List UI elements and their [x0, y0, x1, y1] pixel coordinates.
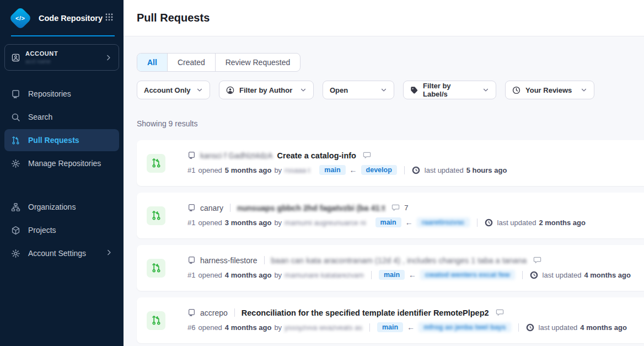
- cube-icon: [11, 226, 20, 235]
- opened-word: opened: [198, 219, 222, 227]
- nav-section-gap: [4, 175, 119, 196]
- sidebar-item-repositories[interactable]: Repositories: [4, 83, 119, 105]
- chevron-down-icon: [581, 87, 587, 93]
- tab-review-requested[interactable]: Review Requested: [215, 54, 300, 71]
- chevron-right-icon: [105, 249, 112, 258]
- filter-label: Account Only: [144, 86, 191, 94]
- source-branch-badge[interactable]: cwatod wenters excat few: [420, 270, 515, 280]
- repo-icon: [187, 308, 196, 317]
- tab-created[interactable]: Created: [167, 54, 215, 71]
- opened-word: opened: [198, 271, 222, 279]
- results-summary: Showing 9 results: [137, 119, 644, 128]
- pr-row[interactable]: canary nunsuaps gbbch 2hd fagatvzbi (ba …: [137, 193, 644, 238]
- app-title: Code Repository: [39, 14, 105, 23]
- filter-reviews-dropdown[interactable]: Your Reviews: [505, 81, 594, 99]
- pr-author: rssaaa t: [285, 166, 310, 174]
- filter-label: Filter by Author: [239, 86, 292, 94]
- pr-repo-name[interactable]: kansci f Gadhlzt4dzA: [200, 151, 273, 160]
- chevron-down-icon: [196, 87, 203, 93]
- filter-bar: Account Only Filter by Author Open Filte…: [137, 81, 644, 99]
- pr-number: #1: [187, 219, 195, 227]
- sidebar-item-label: Manage Repositories: [28, 159, 101, 168]
- pr-row[interactable]: kansci f Gadhlzt4dzA Create a catalog-in…: [137, 140, 644, 186]
- page-header: Pull Requests: [124, 0, 644, 36]
- comment-icon: [533, 256, 541, 264]
- pr-scope-tabs: All Created Review Requested: [137, 53, 300, 72]
- merge-arrow-icon: ←: [350, 166, 357, 174]
- repo-icon: [11, 89, 20, 99]
- updated-ago: 4 months ago: [580, 323, 627, 332]
- by-word: by: [274, 271, 282, 279]
- filter-label: Open: [330, 86, 348, 94]
- divider: [522, 271, 523, 279]
- last-updated-clock-icon: [485, 219, 493, 227]
- sidebar-item-manage-repositories[interactable]: Manage Repositories: [4, 152, 119, 174]
- content: All Created Review Requested Account Onl…: [124, 36, 644, 346]
- chevron-down-icon: [482, 87, 489, 93]
- updated-ago: 5 hours ago: [466, 166, 507, 174]
- pr-number: #1: [187, 271, 195, 279]
- pr-repo-name[interactable]: canary: [200, 204, 223, 212]
- tab-all[interactable]: All: [137, 54, 167, 71]
- account-scope-selector[interactable]: ACCOUNT acct name: [4, 44, 119, 71]
- source-branch-badge[interactable]: mfrog ao jenba twel bays: [418, 322, 511, 333]
- sidebar-item-label: Pull Requests: [28, 136, 79, 145]
- filter-scope-dropdown[interactable]: Account Only: [137, 81, 210, 99]
- target-branch-badge[interactable]: main: [375, 217, 401, 228]
- divider: [404, 166, 405, 174]
- updated-ago: 4 months ago: [584, 271, 631, 279]
- filter-author-dropdown[interactable]: Filter by Author: [219, 81, 314, 99]
- comment-icon: [391, 204, 400, 212]
- comment-icon: [363, 151, 371, 159]
- person-icon: [226, 86, 234, 94]
- sidebar-item-pull-requests[interactable]: Pull Requests: [4, 129, 119, 151]
- last-updated-clock-icon: [412, 166, 420, 174]
- pr-title[interactable]: nunsuaps gbbch 2hd fagatvzbi (ba 41:t: [237, 204, 385, 212]
- filter-label: Filter by Label/s: [423, 82, 477, 98]
- source-branch-badge[interactable]: develop: [361, 165, 397, 175]
- repo-icon: [187, 151, 196, 159]
- updated-prefix: last updated: [425, 166, 464, 174]
- sidebar-item-label: Organizations: [28, 203, 76, 211]
- pr-author: ysssyzvva wvazveats as: [285, 323, 362, 332]
- app-switcher-grid-icon[interactable]: [105, 13, 114, 24]
- main-area: Pull Requests All Created Review Request…: [124, 0, 644, 346]
- pr-title[interactable]: Create a catalog-info: [277, 151, 356, 160]
- sidebar-item-account-settings[interactable]: Account Settings: [4, 242, 119, 264]
- last-updated-clock-icon: [526, 323, 534, 332]
- target-branch-badge[interactable]: main: [379, 270, 405, 280]
- updated-prefix: last updated: [543, 271, 582, 279]
- pr-title[interactable]: Reconciliation for the specified templat…: [242, 308, 489, 317]
- target-branch-badge[interactable]: main: [377, 322, 403, 333]
- divider: [518, 323, 519, 332]
- pr-author: mamumi augreunuarce ni: [285, 219, 366, 227]
- opened-ago: 4 months ago: [225, 323, 272, 332]
- filter-state-dropdown[interactable]: Open: [323, 81, 394, 99]
- source-branch-badge[interactable]: raaretirozvsc: [417, 217, 470, 228]
- opened-word: opened: [198, 323, 222, 332]
- by-word: by: [274, 323, 282, 332]
- divider: [230, 204, 230, 212]
- pr-repo-name[interactable]: harness-filestore: [200, 256, 257, 265]
- pr-repo-name[interactable]: accrepo: [200, 308, 228, 317]
- repo-icon: [187, 256, 196, 264]
- pr-title[interactable]: baan can kata aracontranam (12d 4) , inc…: [271, 256, 527, 265]
- sidebar: </> Code Repository ACCOUNT acct name Re…: [0, 0, 124, 346]
- filter-label-dropdown[interactable]: Filter by Label/s: [403, 81, 496, 99]
- pr-row[interactable]: harness-filestore baan can kata aracontr…: [137, 245, 644, 291]
- updated-prefix: last updated: [497, 219, 536, 227]
- updated-ago: 2 months ago: [539, 219, 586, 227]
- sidebar-item-projects[interactable]: Projects: [4, 219, 119, 241]
- by-word: by: [274, 166, 282, 174]
- sidebar-item-search[interactable]: Search: [4, 106, 119, 128]
- comment-icon: [496, 308, 504, 317]
- filter-label: Your Reviews: [525, 86, 572, 94]
- org-hierarchy-icon: [11, 203, 20, 212]
- chevron-down-icon: [380, 87, 387, 93]
- sidebar-item-organizations[interactable]: Organizations: [4, 196, 119, 218]
- gear-icon: [11, 159, 20, 168]
- merge-arrow-icon: ←: [409, 270, 416, 279]
- target-branch-badge[interactable]: main: [319, 165, 345, 175]
- page-title: Pull Requests: [137, 12, 210, 24]
- pr-row[interactable]: accrepo Reconciliation for the specified…: [137, 297, 644, 343]
